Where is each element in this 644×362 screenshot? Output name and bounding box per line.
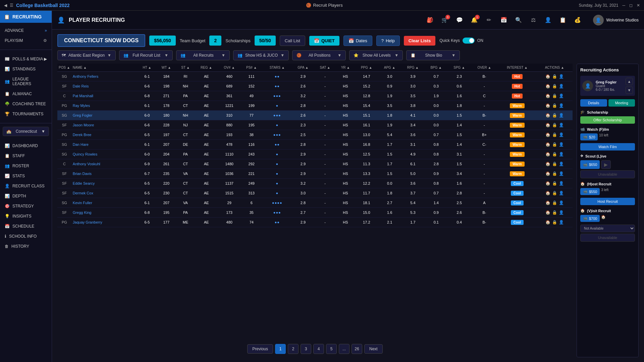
sidebar-item-coaching-tree[interactable]: 🌳 COACHING TREE [0,99,52,109]
col-ht[interactable]: HT ▲ [138,64,156,72]
page-2-button[interactable]: 2 [288,344,299,354]
action-person-icon[interactable]: 👤 [558,220,564,225]
cell-name[interactable]: Jaquay Granberry [71,218,138,227]
action-home-icon[interactable]: 🏠 [545,83,550,89]
ra-connect-up-btn[interactable]: ▲ [626,78,633,85]
action-home-icon[interactable]: 🏠 [545,93,550,99]
sidebar-item-strategy[interactable]: 🎯 STRATEGY [0,201,52,211]
cell-name[interactable]: Quincy Rowles [71,149,138,159]
team-selector[interactable]: 🏫 Connecticut ▼ [3,127,49,136]
action-home-icon[interactable]: 🏠 [545,103,550,108]
sidebar-item-schedule[interactable]: 📅 SCHEDULE [0,221,52,231]
nav-icon-clipboard[interactable]: 📋 [558,15,568,25]
table-row[interactable]: SG Anthony Fellers 6-1 184 RI AE 460 111… [57,72,573,81]
table-row[interactable]: PG Ray Myles 6-1 178 CT AE 1221 199 ● 2.… [57,101,573,111]
action-person-icon[interactable]: 👤 [558,210,564,215]
sidebar-playsim[interactable]: PLAY/SIM ⚙ [0,36,52,46]
sidebar-item-polls-media[interactable]: 📰 POLLS & MEDIA ▶ [0,54,52,64]
col-gpa[interactable]: GPA ▲ [292,64,314,72]
sidebar-item-standings[interactable]: 📊 STANDINGS [0,64,52,74]
action-lock-icon[interactable]: 🔒 [552,220,557,225]
sidebar-recruiting-header[interactable]: 📋 RECRUITING [0,11,52,23]
sidebar-item-depth[interactable]: 📊 DEPTH [0,191,52,201]
cell-name[interactable]: Dan Hare [71,140,138,149]
action-lock-icon[interactable]: 🔒 [552,152,557,157]
action-person-icon[interactable]: 👤 [558,190,564,196]
col-reg[interactable]: REG ▲ [195,64,218,72]
watch-film-button[interactable]: Watch Film [580,143,635,150]
sidebar-item-tournaments[interactable]: 🏆 TOURNAMENTS [0,109,52,119]
nav-icon-edit[interactable]: ✏ [484,15,494,25]
col-yr[interactable]: YR ▲ [336,64,355,72]
action-home-icon[interactable]: 🏠 [545,181,550,186]
table-container[interactable]: POS ▲ NAME ▲ HT ▲ WT ▲ ST ▲ REG ▲ OV# ▲ … [57,64,573,341]
table-row[interactable]: SG Dan Hare 6-1 207 DE AE 478 116 ●● 2.8… [57,140,573,149]
sidebar-item-staff[interactable]: 📋 STAFF [0,151,52,161]
table-row[interactable]: C Pat Marshall 6-8 271 PA AE 361 49 ●●● … [57,91,573,101]
action-home-icon[interactable]: 🏠 [545,161,550,167]
next-button[interactable]: Next [364,344,383,354]
action-person-icon[interactable]: 👤 [558,83,564,89]
table-row[interactable]: SF Dale Reis 6-6 198 NH AE 689 152 ●● 2.… [57,81,573,91]
table-row[interactable]: SF Jason Moore 6-6 228 NJ AE 880 195 ● 2… [57,120,573,130]
nav-icon-backpack[interactable]: 🎒 [425,15,435,25]
table-row[interactable]: PG Derek Bree 6-5 197 CT AE 193 38 ●●● 2… [57,130,573,140]
col-spg[interactable]: SPG ▲ [448,64,471,72]
action-lock-icon[interactable]: 🔒 [552,122,557,128]
col-name[interactable]: NAME ▲ [71,64,138,72]
table-row[interactable]: SG Quincy Rowles 6-0 204 PA AE 1110 243 … [57,149,573,159]
region-filter[interactable]: 🗺 Atlantic East Region ▼ [57,50,116,60]
positions-filter[interactable]: 🏀 All Positions ▼ [292,50,346,60]
cell-name[interactable]: Ray Myles [71,101,138,111]
action-lock-icon[interactable]: 🔒 [552,181,557,186]
cell-name[interactable]: Greg Fogler [71,111,138,120]
action-home-icon[interactable]: 🏠 [545,132,550,137]
action-person-icon[interactable]: 👤 [558,132,564,137]
action-lock-icon[interactable]: 🔒 [552,113,557,118]
action-person-icon[interactable]: 👤 [558,93,564,99]
host-cost-button[interactable]: 📹 $550 [580,188,600,195]
col-ps[interactable]: PS# ▲ [240,64,262,72]
bio-filter[interactable]: 📋 Show Bio ▼ [406,50,460,60]
action-lock-icon[interactable]: 🔒 [552,103,557,108]
action-home-icon[interactable]: 🏠 [545,220,550,225]
sidebar-item-recruit-class[interactable]: 👤 RECRUIT CLASS [0,181,52,191]
clear-lists-button[interactable]: Clear Lists [404,36,435,46]
cell-name[interactable]: Eddie Searcy [71,179,138,188]
cell-name[interactable]: Derek Bree [71,130,138,140]
cell-name[interactable]: Anthony Voskuhl [71,159,138,169]
action-lock-icon[interactable]: 🔒 [552,161,557,167]
action-lock-icon[interactable]: 🔒 [552,93,557,99]
action-person-icon[interactable]: 👤 [558,122,564,128]
col-wt[interactable]: WT ▲ [156,64,176,72]
sidebar-item-history[interactable]: 🗑 HISTORY [0,241,52,251]
col-pos[interactable]: POS ▲ [57,64,71,72]
action-person-icon[interactable]: 👤 [558,142,564,147]
action-person-icon[interactable]: 👤 [558,74,564,79]
action-home-icon[interactable]: 🏠 [545,74,550,79]
col-sat[interactable]: SAT ▲ [314,64,336,72]
cell-name[interactable]: Dale Reis [71,81,138,91]
visit-type-select[interactable]: Not Available [580,225,635,232]
cell-name[interactable]: Dermek Cox [71,188,138,198]
col-interest[interactable]: INTEREST ▲ [498,64,536,72]
action-home-icon[interactable]: 🏠 [545,200,550,205]
levels-filter[interactable]: ⭐ Show All Levels ▼ [349,50,403,60]
page-1-button[interactable]: 1 [275,344,286,354]
action-person-icon[interactable]: 👤 [558,171,564,176]
dates-button[interactable]: 📅 Dates [343,36,372,46]
details-button[interactable]: Details [580,99,607,107]
action-home-icon[interactable]: 🏠 [545,142,550,147]
quiet-button[interactable]: 📅 QUIET [309,36,339,46]
call-list-button[interactable]: Call List [280,36,305,46]
meeting-button[interactable]: Meeting [608,99,635,107]
action-home-icon[interactable]: 🏠 [545,171,550,176]
cell-name[interactable]: Anthony Fellers [71,72,138,81]
host-recruit-button[interactable]: Host Recruit [580,198,635,205]
sidebar-item-dashboard[interactable]: 📊 DASHBOARD [0,141,52,151]
cell-name[interactable]: Brian Davis [71,169,138,179]
action-lock-icon[interactable]: 🔒 [552,83,557,89]
table-row[interactable]: SG Kevin Fuller 6-1 207 VA AE 29 6 ●●●● … [57,198,573,208]
col-ppg[interactable]: PPG ▲ [355,64,378,72]
maximize-btn[interactable]: ◻ [629,3,633,8]
